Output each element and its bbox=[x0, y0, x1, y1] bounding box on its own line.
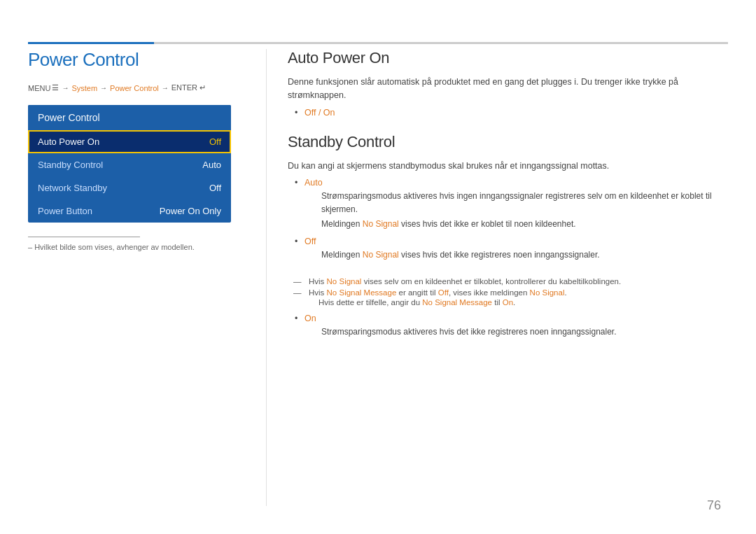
no-signal-highlight: No Signal bbox=[363, 219, 399, 229]
note-divider bbox=[28, 237, 140, 237]
bullet-auto-desc2: Meldingen No Signal vises hvis det ikke … bbox=[304, 218, 728, 231]
bc-menu-icon: ☰ bbox=[52, 83, 59, 92]
section2-bullets: Auto Strømsparingsmodus aktiveres hvis i… bbox=[288, 178, 728, 261]
menu-item-label: Auto Power On bbox=[38, 136, 99, 147]
bullet-auto: Auto Strømsparingsmodus aktiveres hvis i… bbox=[295, 178, 728, 231]
bc-power-control: Power Control bbox=[110, 84, 159, 92]
menu-item-value: Auto bbox=[202, 160, 221, 170]
menu-item-label: Standby Control bbox=[38, 160, 103, 170]
no-signal-highlight2: No Signal bbox=[363, 250, 399, 260]
bc-arrow3: → bbox=[162, 84, 169, 92]
menu-box: Power Control Auto Power On Off Standby … bbox=[28, 105, 231, 223]
bullet-on-desc: Strømsparingsmodus aktiveres hvis det ik… bbox=[304, 325, 728, 339]
bullet-off-label: Off bbox=[304, 237, 316, 246]
menu-item-value: Power On Only bbox=[160, 206, 221, 216]
menu-item-power-button[interactable]: Power Button Power On Only bbox=[28, 199, 231, 223]
menu-item-value: Off bbox=[209, 136, 221, 147]
page-title: Power Control bbox=[28, 49, 245, 71]
em2-off: Off bbox=[438, 288, 449, 297]
bc-enter: ENTER ↵ bbox=[172, 83, 206, 92]
bc-menu: MENU bbox=[28, 84, 50, 92]
bullet-off-desc1: Meldingen No Signal vises hvis det ikke … bbox=[304, 248, 728, 262]
accent-line bbox=[28, 42, 154, 44]
section1-bullet1: Off / On bbox=[295, 108, 728, 118]
right-panel: Auto Power On Denne funksjonen slår auto… bbox=[266, 49, 728, 506]
menu-item-network-standby[interactable]: Network Standby Off bbox=[28, 176, 231, 199]
em2b-on: On bbox=[503, 298, 513, 307]
bullet-auto-desc1: Strømsparingsmodus aktiveres hvis ingen … bbox=[304, 190, 728, 216]
menu-header: Power Control bbox=[28, 105, 231, 130]
bullet-on: On Strømsparingsmodus aktiveres hvis det… bbox=[295, 314, 728, 339]
menu-item-value: Off bbox=[209, 183, 221, 193]
left-panel: Power Control MENU ☰ → System → Power Co… bbox=[28, 49, 266, 506]
section2-bullets-on: On Strømsparingsmodus aktiveres hvis det… bbox=[288, 314, 728, 339]
breadcrumb: MENU ☰ → System → Power Control → ENTER … bbox=[28, 83, 245, 92]
em1-nosignal: No Signal bbox=[327, 277, 362, 286]
em2-nosignalmsg: No Signal Message bbox=[327, 288, 397, 297]
menu-item-label: Power Button bbox=[38, 206, 92, 216]
section1-title: Auto Power On bbox=[288, 49, 728, 67]
standby-section: Standby Control Du kan angi at skjermens… bbox=[288, 133, 728, 339]
section1-bullets: Off / On bbox=[288, 108, 728, 118]
bullet-on-label: On bbox=[304, 314, 316, 323]
bullet-off: Off Meldingen No Signal vises hvis det i… bbox=[295, 237, 728, 262]
em-dash-2: Hvis No Signal Message er angitt til Off… bbox=[288, 288, 728, 307]
section1-desc: Denne funksjonen slår automatisk på prod… bbox=[288, 76, 728, 102]
section2-title: Standby Control bbox=[288, 133, 728, 151]
menu-item-standby-control[interactable]: Standby Control Auto bbox=[28, 153, 231, 176]
em-dash-1: Hvis No Signal vises selv om en kildeenh… bbox=[288, 277, 728, 286]
menu-item-auto-power-on[interactable]: Auto Power On Off bbox=[28, 130, 231, 153]
section2-desc: Du kan angi at skjermens standbymodus sk… bbox=[288, 160, 728, 173]
bc-arrow2: → bbox=[100, 84, 107, 92]
note-text: – Hvilket bilde som vises, avhenger av m… bbox=[28, 243, 245, 251]
page-number: 76 bbox=[707, 498, 721, 513]
menu-item-label: Network Standby bbox=[38, 183, 107, 193]
em2-nosignal: No Signal bbox=[530, 288, 565, 297]
em2b-nosignalmsg: No Signal Message bbox=[422, 298, 492, 307]
bc-system: System bbox=[71, 84, 97, 92]
section1-bullet1-text: Off / On bbox=[304, 108, 335, 118]
bc-arrow1: → bbox=[62, 84, 69, 92]
bullet-auto-label: Auto bbox=[304, 178, 323, 188]
